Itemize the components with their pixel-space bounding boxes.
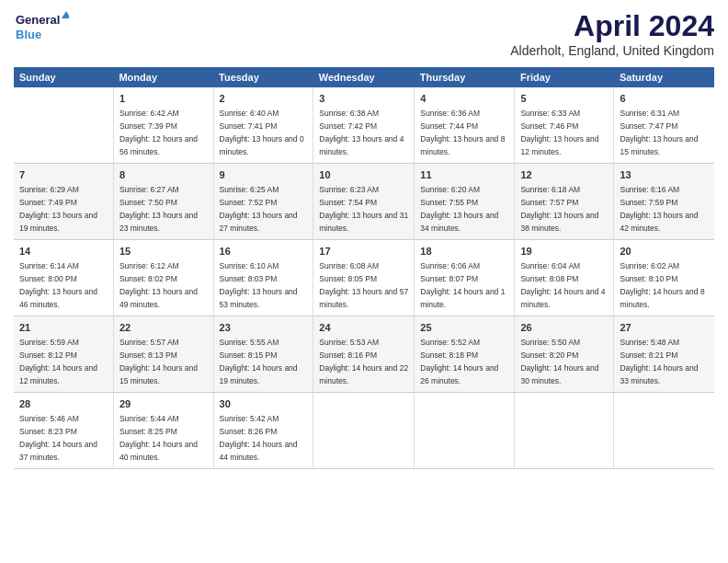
table-row: 9Sunrise: 6:25 AMSunset: 7:52 PMDaylight…: [213, 163, 313, 239]
sunrise-text: Sunrise: 6:29 AMSunset: 7:49 PMDaylight:…: [19, 185, 97, 233]
day-number: 12: [520, 168, 608, 182]
table-row: 8Sunrise: 6:27 AMSunset: 7:50 PMDaylight…: [113, 163, 213, 239]
day-number: 19: [520, 245, 608, 259]
table-row: 17Sunrise: 6:08 AMSunset: 8:05 PMDayligh…: [313, 239, 415, 316]
table-row: 15Sunrise: 6:12 AMSunset: 8:02 PMDayligh…: [113, 239, 213, 316]
logo-svg: General Blue: [14, 9, 69, 44]
title-block: April 2024 Alderholt, England, United Ki…: [510, 9, 714, 63]
header-sunday: Sunday: [14, 67, 113, 87]
day-number: 26: [520, 321, 608, 335]
logo: General Blue: [14, 9, 69, 44]
day-number: 14: [19, 245, 108, 259]
header-tuesday: Tuesday: [213, 67, 313, 87]
table-row: [415, 392, 515, 468]
table-row: 26Sunrise: 5:50 AMSunset: 8:20 PMDayligh…: [515, 316, 614, 392]
table-row: 22Sunrise: 5:57 AMSunset: 8:13 PMDayligh…: [113, 316, 213, 392]
table-row: 20Sunrise: 6:02 AMSunset: 8:10 PMDayligh…: [614, 239, 714, 316]
sunrise-text: Sunrise: 6:16 AMSunset: 7:59 PMDaylight:…: [620, 185, 698, 233]
day-number: 11: [420, 168, 508, 182]
sunrise-text: Sunrise: 6:18 AMSunset: 7:57 PMDaylight:…: [520, 185, 598, 233]
day-number: 23: [220, 321, 308, 335]
sunrise-text: Sunrise: 5:48 AMSunset: 8:21 PMDaylight:…: [620, 338, 698, 385]
table-row: 29Sunrise: 5:44 AMSunset: 8:25 PMDayligh…: [113, 392, 213, 468]
day-number: 8: [119, 168, 208, 182]
table-row: 10Sunrise: 6:23 AMSunset: 7:54 PMDayligh…: [313, 163, 415, 239]
sunrise-text: Sunrise: 6:40 AMSunset: 7:41 PMDaylight:…: [220, 109, 304, 156]
table-row: [313, 392, 415, 468]
day-number: 16: [220, 245, 308, 259]
header-monday: Monday: [113, 67, 213, 87]
day-number: 30: [220, 397, 308, 411]
table-row: 21Sunrise: 5:59 AMSunset: 8:12 PMDayligh…: [14, 316, 113, 392]
weekday-header-row: Sunday Monday Tuesday Wednesday Thursday…: [14, 67, 714, 87]
sunrise-text: Sunrise: 5:42 AMSunset: 8:26 PMDaylight:…: [220, 414, 298, 462]
sunrise-text: Sunrise: 6:31 AMSunset: 7:47 PMDaylight:…: [620, 109, 698, 156]
table-row: 23Sunrise: 5:55 AMSunset: 8:15 PMDayligh…: [213, 316, 313, 392]
table-row: 4Sunrise: 6:36 AMSunset: 7:44 PMDaylight…: [415, 87, 515, 163]
header-row: General Blue April 2024 Alderholt, Engla…: [14, 9, 714, 63]
calendar-week-row: 21Sunrise: 5:59 AMSunset: 8:12 PMDayligh…: [14, 316, 714, 392]
calendar-week-row: 7Sunrise: 6:29 AMSunset: 7:49 PMDaylight…: [14, 163, 714, 239]
calendar-container: General Blue April 2024 Alderholt, Engla…: [0, 0, 728, 478]
table-row: 3Sunrise: 6:38 AMSunset: 7:42 PMDaylight…: [313, 87, 415, 163]
day-number: 18: [420, 245, 508, 259]
day-number: 5: [520, 92, 608, 106]
day-number: 21: [19, 321, 108, 335]
svg-marker-2: [62, 11, 69, 18]
day-number: 10: [319, 168, 408, 182]
sunrise-text: Sunrise: 6:33 AMSunset: 7:46 PMDaylight:…: [520, 109, 598, 156]
sunrise-text: Sunrise: 5:59 AMSunset: 8:12 PMDaylight:…: [19, 338, 97, 385]
sunrise-text: Sunrise: 6:38 AMSunset: 7:42 PMDaylight:…: [319, 109, 404, 156]
header-friday: Friday: [515, 67, 614, 87]
svg-text:General: General: [16, 13, 60, 27]
sunrise-text: Sunrise: 5:52 AMSunset: 8:18 PMDaylight:…: [420, 338, 498, 385]
table-row: 24Sunrise: 5:53 AMSunset: 8:16 PMDayligh…: [313, 316, 415, 392]
sunrise-text: Sunrise: 5:53 AMSunset: 8:16 PMDaylight:…: [319, 338, 408, 385]
day-number: 3: [319, 92, 408, 106]
table-row: 16Sunrise: 6:10 AMSunset: 8:03 PMDayligh…: [213, 239, 313, 316]
day-number: 29: [119, 397, 208, 411]
sunrise-text: Sunrise: 5:55 AMSunset: 8:15 PMDaylight:…: [220, 338, 298, 385]
table-row: 6Sunrise: 6:31 AMSunset: 7:47 PMDaylight…: [614, 87, 714, 163]
table-row: 28Sunrise: 5:46 AMSunset: 8:23 PMDayligh…: [14, 392, 113, 468]
sunrise-text: Sunrise: 6:23 AMSunset: 7:54 PMDaylight:…: [319, 185, 408, 233]
svg-text:Blue: Blue: [16, 28, 41, 41]
sunrise-text: Sunrise: 6:08 AMSunset: 8:05 PMDaylight:…: [319, 261, 408, 309]
table-row: [14, 87, 113, 163]
day-number: 22: [119, 321, 208, 335]
table-row: 5Sunrise: 6:33 AMSunset: 7:46 PMDaylight…: [515, 87, 614, 163]
sunrise-text: Sunrise: 6:10 AMSunset: 8:03 PMDaylight:…: [220, 261, 298, 309]
calendar-table: Sunday Monday Tuesday Wednesday Thursday…: [14, 67, 714, 469]
table-row: 13Sunrise: 6:16 AMSunset: 7:59 PMDayligh…: [614, 163, 714, 239]
day-number: 15: [119, 245, 208, 259]
sunrise-text: Sunrise: 6:36 AMSunset: 7:44 PMDaylight:…: [420, 109, 505, 156]
day-number: 24: [319, 321, 408, 335]
table-row: 1Sunrise: 6:42 AMSunset: 7:39 PMDaylight…: [113, 87, 213, 163]
location-subtitle: Alderholt, England, United Kingdom: [510, 43, 714, 58]
sunrise-text: Sunrise: 6:04 AMSunset: 8:08 PMDaylight:…: [520, 261, 605, 309]
sunrise-text: Sunrise: 6:14 AMSunset: 8:00 PMDaylight:…: [19, 261, 97, 309]
day-number: 28: [19, 397, 108, 411]
sunrise-text: Sunrise: 6:27 AMSunset: 7:50 PMDaylight:…: [119, 185, 198, 233]
calendar-week-row: 14Sunrise: 6:14 AMSunset: 8:00 PMDayligh…: [14, 239, 714, 316]
day-number: 6: [620, 92, 709, 106]
calendar-week-row: 1Sunrise: 6:42 AMSunset: 7:39 PMDaylight…: [14, 87, 714, 163]
header-thursday: Thursday: [415, 67, 515, 87]
day-number: 13: [620, 168, 709, 182]
table-row: 30Sunrise: 5:42 AMSunset: 8:26 PMDayligh…: [213, 392, 313, 468]
day-number: 4: [420, 92, 508, 106]
table-row: 18Sunrise: 6:06 AMSunset: 8:07 PMDayligh…: [415, 239, 515, 316]
day-number: 2: [220, 92, 308, 106]
table-row: [515, 392, 614, 468]
table-row: 11Sunrise: 6:20 AMSunset: 7:55 PMDayligh…: [415, 163, 515, 239]
table-row: [614, 392, 714, 468]
sunrise-text: Sunrise: 5:46 AMSunset: 8:23 PMDaylight:…: [19, 414, 97, 462]
header-wednesday: Wednesday: [313, 67, 415, 87]
table-row: 19Sunrise: 6:04 AMSunset: 8:08 PMDayligh…: [515, 239, 614, 316]
table-row: 25Sunrise: 5:52 AMSunset: 8:18 PMDayligh…: [415, 316, 515, 392]
sunrise-text: Sunrise: 5:44 AMSunset: 8:25 PMDaylight:…: [119, 414, 198, 462]
day-number: 17: [319, 245, 408, 259]
table-row: 14Sunrise: 6:14 AMSunset: 8:00 PMDayligh…: [14, 239, 113, 316]
day-number: 25: [420, 321, 508, 335]
sunrise-text: Sunrise: 5:50 AMSunset: 8:20 PMDaylight:…: [520, 338, 598, 385]
